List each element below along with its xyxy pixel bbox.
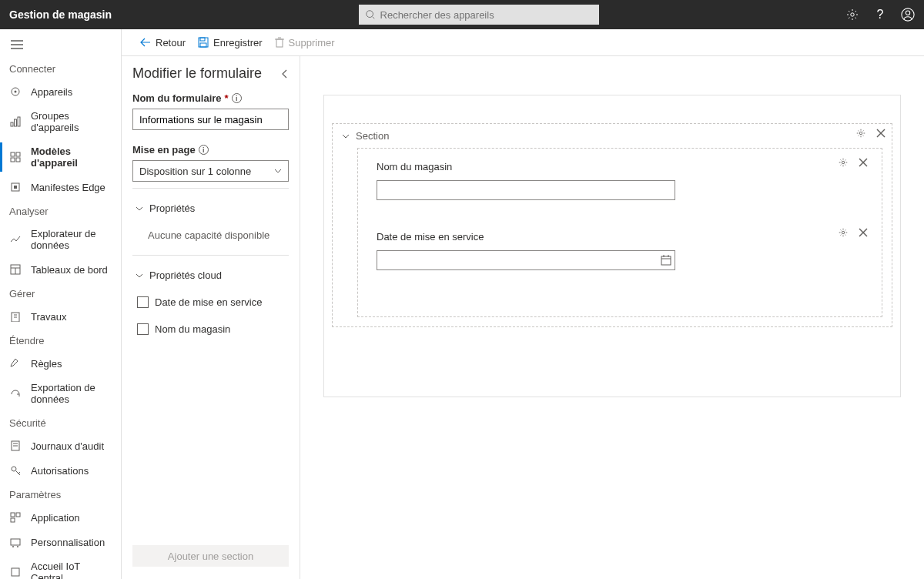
nav-group-parametres: Paramètres xyxy=(0,483,121,505)
nav-group-connecter: Connecter xyxy=(0,57,121,79)
export-icon xyxy=(9,387,22,400)
section-header[interactable]: Section xyxy=(333,124,892,148)
sidebar-item-application[interactable]: Application xyxy=(0,505,121,530)
body: Connecter Appareils Groupes d'appareils … xyxy=(0,29,924,579)
sidebar-item-tableaux[interactable]: Tableaux de bord xyxy=(0,257,121,282)
sidebar-item-exportation[interactable]: Exportation de données xyxy=(0,376,121,411)
sidebar-item-groupes[interactable]: Groupes d'appareils xyxy=(0,104,121,139)
save-button[interactable]: Enregistrer xyxy=(198,37,263,49)
checkbox-label: Date de mise en service xyxy=(155,296,262,308)
gear-icon[interactable] xyxy=(845,8,859,22)
svg-point-42 xyxy=(859,132,862,135)
gear-icon[interactable] xyxy=(837,156,849,169)
chevron-left-icon[interactable] xyxy=(281,69,289,79)
svg-point-28 xyxy=(12,467,16,471)
form-card: Section Nom du magasin xyxy=(323,95,901,397)
svg-rect-51 xyxy=(661,256,671,265)
divider xyxy=(132,188,289,189)
svg-rect-11 xyxy=(15,119,17,126)
checkbox-label: Nom du magasin xyxy=(155,323,230,335)
svg-rect-15 xyxy=(11,158,15,162)
collapsible-label: Propriétés cloud xyxy=(149,269,222,281)
svg-rect-18 xyxy=(14,186,17,189)
svg-rect-14 xyxy=(16,152,20,156)
sidebar-item-travaux[interactable]: Travaux xyxy=(0,304,121,329)
help-icon[interactable]: ? xyxy=(873,8,887,22)
sidebar-item-journaux[interactable]: Journaux d'audit xyxy=(0,433,121,458)
nav-label: Explorateur de données xyxy=(31,228,112,251)
layout-label: Mise en page i xyxy=(132,144,289,156)
delete-label: Supprimer xyxy=(289,37,335,49)
field-actions xyxy=(837,226,869,239)
nav-label: Modèles d'appareil xyxy=(31,146,112,169)
search-box[interactable] xyxy=(359,5,599,25)
svg-point-34 xyxy=(17,546,18,547)
field-input-text[interactable] xyxy=(377,180,675,200)
search-input[interactable] xyxy=(380,9,593,21)
hamburger-icon[interactable] xyxy=(0,35,121,57)
info-icon[interactable]: i xyxy=(232,93,242,103)
sidebar-item-regles[interactable]: Règles xyxy=(0,351,121,376)
cloud-prop-date[interactable]: Date de mise en service xyxy=(132,289,289,316)
checkbox[interactable] xyxy=(137,323,149,335)
add-section-button: Ajouter une section xyxy=(132,545,289,567)
gear-icon[interactable] xyxy=(855,127,867,139)
app-header: Gestion de magasin ? xyxy=(0,0,924,29)
info-icon[interactable]: i xyxy=(199,145,209,155)
save-icon xyxy=(198,37,209,48)
search-icon xyxy=(365,9,376,20)
close-icon[interactable] xyxy=(857,156,869,169)
field-date-service[interactable]: Date de mise en service xyxy=(377,231,863,270)
nav-label: Personnalisation xyxy=(31,537,105,548)
form-name-input[interactable] xyxy=(132,109,289,130)
nav-label: Règles xyxy=(31,358,62,370)
collapsible-label: Propriétés xyxy=(149,202,195,214)
back-button[interactable]: Retour xyxy=(140,37,186,49)
sidebar-item-explorateur[interactable]: Explorateur de données xyxy=(0,222,121,257)
chevron-down-icon xyxy=(136,273,143,278)
toolbar: Retour Enregistrer Supprimer xyxy=(122,29,924,56)
checkbox[interactable] xyxy=(137,296,149,308)
sidebar-item-personnalisation[interactable]: Personnalisation xyxy=(0,530,121,554)
nav-label: Groupes d'appareils xyxy=(31,110,112,133)
form-section-outer[interactable]: Section Nom du magasin xyxy=(332,123,892,327)
calendar-icon[interactable] xyxy=(661,255,671,266)
layout-select[interactable]: Disposition sur 1 colonne xyxy=(132,160,289,182)
cloud-props-collapsible[interactable]: Propriétés cloud xyxy=(132,262,289,289)
sidebar-item-autorisations[interactable]: Autorisations xyxy=(0,458,121,483)
nav-group-etendre: Étendre xyxy=(0,329,121,351)
account-icon[interactable] xyxy=(901,8,915,22)
customize-icon xyxy=(9,536,22,548)
svg-rect-38 xyxy=(200,43,206,47)
nav-group-gerer: Gérer xyxy=(0,282,121,304)
form-inner: Nom du magasin Date de mise en service xyxy=(357,148,882,317)
arrow-left-icon xyxy=(140,38,151,47)
sidebar-item-edge[interactable]: Manifestes Edge xyxy=(0,175,121,199)
nav-label: Tableaux de bord xyxy=(31,264,108,276)
field-input-date[interactable] xyxy=(377,250,675,270)
field-actions xyxy=(837,156,869,169)
delete-button: Supprimer xyxy=(275,37,335,49)
svg-point-45 xyxy=(842,161,845,164)
field-nom-magasin[interactable]: Nom du magasin xyxy=(377,161,863,200)
required-asterisk: * xyxy=(225,92,229,104)
app-icon xyxy=(9,511,22,524)
app-title: Gestion de magasin xyxy=(9,8,112,21)
close-icon[interactable] xyxy=(875,127,887,139)
permissions-icon xyxy=(9,464,22,477)
nav-label: Autorisations xyxy=(31,465,89,477)
templates-icon xyxy=(9,151,22,163)
field-label: Nom du magasin xyxy=(377,161,863,172)
sidebar-item-accueil-iot[interactable]: Accueil IoT Central xyxy=(0,554,121,579)
sidebar-item-appareils[interactable]: Appareils xyxy=(0,79,121,104)
label-text: Mise en page xyxy=(132,144,196,156)
explorer-icon xyxy=(9,233,22,246)
cloud-prop-nom[interactable]: Nom du magasin xyxy=(132,316,289,343)
sidebar-item-modeles[interactable]: Modèles d'appareil xyxy=(0,139,121,175)
svg-rect-31 xyxy=(11,518,15,522)
gear-icon[interactable] xyxy=(837,226,849,239)
close-icon[interactable] xyxy=(857,226,869,239)
svg-point-48 xyxy=(842,231,845,234)
nav-label: Travaux xyxy=(31,311,66,323)
properties-collapsible[interactable]: Propriétés xyxy=(132,195,289,222)
